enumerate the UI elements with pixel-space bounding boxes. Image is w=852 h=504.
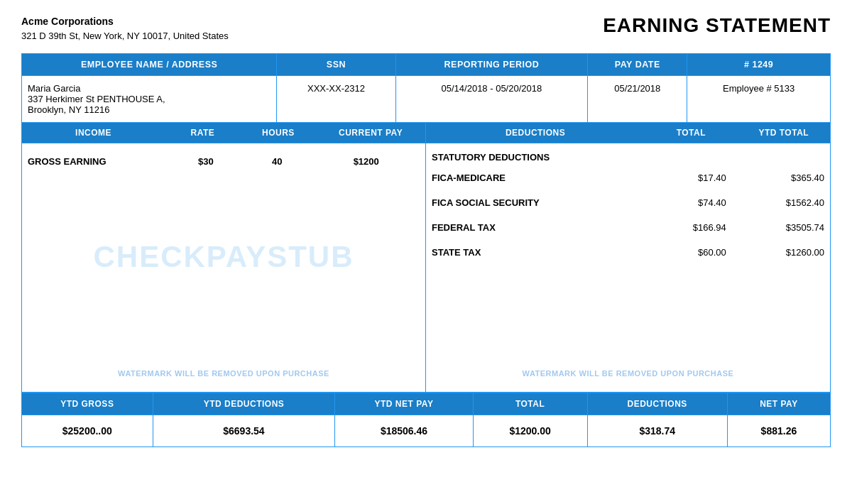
fica-medicare-ytd: $365.40	[726, 172, 824, 183]
employee-reporting-period: 05/14/2018 - 05/20/2018	[395, 75, 588, 122]
footer-deductions-value: $318.74	[587, 415, 727, 447]
fica-medicare-total: $17.40	[628, 172, 726, 183]
income-col-hours: HOURS	[241, 123, 317, 143]
gross-earning-hours: 40	[241, 156, 312, 167]
federal-tax-total: $166.94	[628, 222, 726, 233]
deductions-col-ytd: YTD TOTAL	[738, 123, 830, 143]
deductions-col-label: DEDUCTIONS	[426, 123, 645, 143]
deduction-fica-social-security: FICA SOCIAL SECURITY $74.40 $1562.40	[426, 190, 830, 215]
watermark-right: WATERMARK WILL BE REMOVED UPON PURCHASE	[426, 363, 830, 383]
employee-address-line1: 337 Herkimer St PENTHOUSE A,	[28, 94, 271, 104]
main-table: EMPLOYEE NAME / ADDRESS SSN REPORTING PE…	[21, 53, 831, 123]
fica-medicare-label: FICA-MEDICARE	[432, 172, 628, 183]
deductions-col-total: TOTAL	[645, 123, 737, 143]
deductions-header: DEDUCTIONS TOTAL YTD TOTAL	[426, 123, 830, 143]
footer-col-ytd-gross: YTD GROSS	[22, 393, 153, 415]
deductions-section: DEDUCTIONS TOTAL YTD TOTAL STATUTORY DED…	[426, 123, 830, 393]
deduction-fica-medicare: FICA-MEDICARE $17.40 $365.40	[426, 165, 830, 190]
footer-net-pay-value: $881.26	[727, 415, 830, 447]
income-header: INCOME RATE HOURS CURRENT PAY	[22, 123, 425, 143]
income-col-label: INCOME	[22, 123, 165, 143]
content-area: INCOME RATE HOURS CURRENT PAY GROSS EARN…	[21, 123, 831, 393]
employee-number: Employee # 5133	[687, 75, 831, 122]
footer-table: YTD GROSS YTD DEDUCTIONS YTD NET PAY TOT…	[21, 393, 831, 447]
employee-address-cell: Maria Garcia 337 Herkimer St PENTHOUSE A…	[22, 75, 277, 122]
col-reporting-period: REPORTING PERIOD	[395, 53, 588, 75]
fica-ss-label: FICA SOCIAL SECURITY	[432, 197, 628, 208]
footer-ytd-gross-value: $25200..00	[22, 415, 153, 447]
gross-earning-label: GROSS EARNING	[28, 156, 170, 167]
footer-col-ytd-net-pay: YTD NET PAY	[335, 393, 473, 415]
footer-ytd-net-pay-value: $18506.46	[335, 415, 473, 447]
footer-data-row: $25200..00 $6693.54 $18506.46 $1200.00 $…	[22, 415, 831, 447]
footer-col-deductions: DEDUCTIONS	[587, 393, 727, 415]
state-tax-total: $60.00	[628, 247, 726, 258]
page-title: EARNING STATEMENT	[603, 14, 831, 37]
company-address: 321 D 39th St, New York, NY 10017, Unite…	[21, 29, 229, 43]
footer-col-net-pay: NET PAY	[727, 393, 830, 415]
income-section: INCOME RATE HOURS CURRENT PAY GROSS EARN…	[22, 123, 426, 393]
fica-ss-ytd: $1562.40	[726, 197, 824, 208]
top-header-row: EMPLOYEE NAME / ADDRESS SSN REPORTING PE…	[22, 53, 831, 75]
state-tax-label: STATE TAX	[432, 247, 628, 258]
federal-tax-ytd: $3505.74	[726, 222, 824, 233]
income-col-rate: RATE	[165, 123, 241, 143]
company-info: Acme Corporations 321 D 39th St, New Yor…	[21, 14, 229, 43]
gross-earning-rate: $30	[170, 156, 241, 167]
col-ssn: SSN	[277, 53, 395, 75]
employee-name: Maria Garcia	[28, 83, 271, 94]
fica-ss-total: $74.40	[628, 197, 726, 208]
employee-address-line2: Brooklyn, NY 11216	[28, 104, 271, 115]
employee-ssn: XXX-XX-2312	[277, 75, 395, 122]
col-employee-name-address: EMPLOYEE NAME / ADDRESS	[22, 53, 277, 75]
col-pay-date: PAY DATE	[588, 53, 687, 75]
deduction-state-tax: STATE TAX $60.00 $1260.00	[426, 240, 830, 265]
deduction-federal-tax: FEDERAL TAX $166.94 $3505.74	[426, 215, 830, 240]
watermark-left: WATERMARK WILL BE REMOVED UPON PURCHASE	[22, 363, 425, 383]
employee-info-row: Maria Garcia 337 Herkimer St PENTHOUSE A…	[22, 75, 831, 122]
income-col-current-pay: CURRENT PAY	[316, 123, 425, 143]
footer-header-row: YTD GROSS YTD DEDUCTIONS YTD NET PAY TOT…	[22, 393, 831, 415]
page-header: Acme Corporations 321 D 39th St, New Yor…	[21, 14, 831, 43]
footer-col-total: TOTAL	[473, 393, 587, 415]
footer-col-ytd-deductions: YTD DEDUCTIONS	[153, 393, 335, 415]
statutory-label: STATUTORY DEDUCTIONS	[426, 143, 830, 165]
federal-tax-label: FEDERAL TAX	[432, 222, 628, 233]
gross-earning-current-pay: $1200	[312, 156, 420, 167]
footer-total-value: $1200.00	[473, 415, 587, 447]
footer-ytd-deductions-value: $6693.54	[153, 415, 335, 447]
income-data-row: GROSS EARNING $30 40 $1200	[22, 143, 425, 172]
watermark-big: CHECKPAYSTUB	[93, 240, 354, 274]
company-name: Acme Corporations	[21, 14, 229, 29]
col-check-number: # 1249	[687, 53, 831, 75]
state-tax-ytd: $1260.00	[726, 247, 824, 258]
employee-pay-date: 05/21/2018	[588, 75, 687, 122]
